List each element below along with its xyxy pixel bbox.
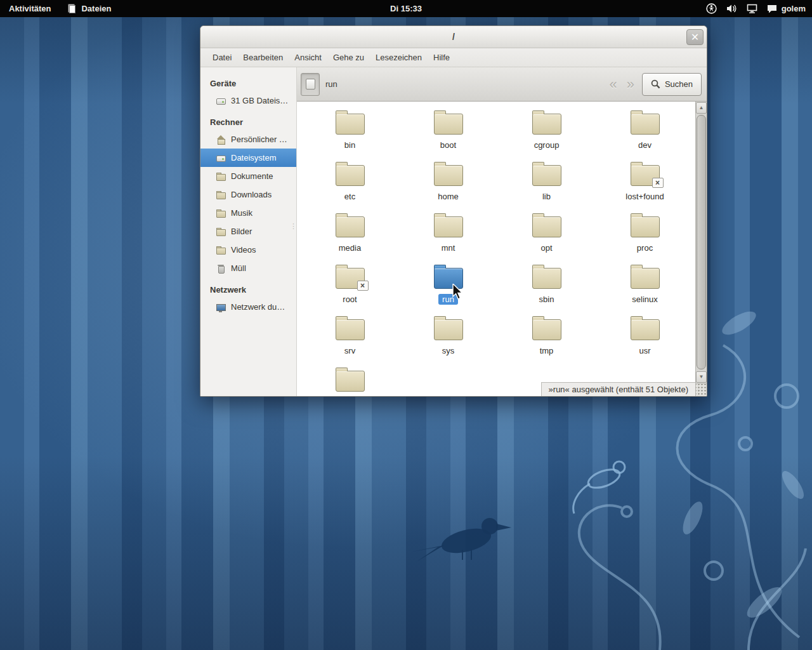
file-label: lib (539, 191, 554, 202)
file-selinux[interactable]: selinux (596, 261, 694, 312)
sidebar-item-label: Persönlicher … (231, 135, 287, 144)
folder-icon (631, 319, 660, 340)
file-sbin[interactable]: sbin (497, 261, 596, 312)
menu-hilfe[interactable]: Hilfe (428, 53, 455, 62)
folder-icon (216, 190, 226, 200)
sidebar-item-label: Netzwerk du… (231, 302, 285, 312)
folder-icon (216, 245, 226, 255)
menu-datei[interactable]: Datei (207, 53, 237, 62)
file-dev[interactable]: dev (596, 107, 694, 158)
folder-icon (532, 268, 561, 289)
vertical-scrollbar[interactable]: ▲ ▼ (695, 102, 707, 396)
sidebar-item-pers-nlicher[interactable]: Persönlicher … (200, 130, 296, 149)
file-label: dev (634, 140, 655, 150)
accessibility-icon[interactable] (706, 3, 717, 14)
file-opt[interactable]: opt (497, 209, 596, 261)
file-sys[interactable]: sys (399, 312, 497, 364)
sidebar-item-musik[interactable]: Musik (200, 204, 296, 222)
file-proc[interactable]: proc (596, 209, 694, 261)
search-button-label: Suchen (665, 79, 693, 89)
folder-icon (532, 319, 561, 340)
file-etc[interactable]: etc (301, 158, 399, 209)
app-menu[interactable]: Dateien (67, 4, 111, 13)
search-button[interactable]: Suchen (642, 73, 702, 96)
file-lib[interactable]: lib (497, 158, 596, 209)
sidebar-item-label: Videos (231, 245, 256, 255)
file-label: cgroup (530, 140, 563, 150)
file-label: run (438, 294, 458, 305)
file-usr[interactable]: usr (596, 312, 694, 364)
folder-icon (336, 216, 365, 237)
menu-gehe-zu[interactable]: Gehe zu (327, 53, 370, 62)
file-partial[interactable] (301, 364, 399, 396)
window-title: / (452, 32, 455, 42)
activities-button[interactable]: Aktivitäten (9, 4, 51, 13)
titlebar[interactable]: / ✕ (200, 26, 707, 48)
sidebar-item-label: Bilder (231, 227, 252, 236)
sidebar-item-31-gb-dateis[interactable]: 31 GB Dateis… (200, 91, 296, 110)
sidebar-item-videos[interactable]: Videos (200, 241, 296, 259)
user-menu[interactable]: golem (767, 4, 806, 13)
file-label: mnt (438, 242, 459, 253)
folder-icon (631, 114, 660, 135)
sidebar-item-downloads[interactable]: Downloads (200, 185, 296, 204)
toolbar: run « » Suchen (297, 67, 707, 102)
file-lost-found[interactable]: ×lost+found (596, 158, 694, 209)
file-label: bin (341, 140, 359, 150)
menu-bearbeiten[interactable]: Bearbeiten (237, 53, 289, 62)
sidebar-item-netzwerk-du[interactable]: Netzwerk du… (200, 298, 296, 316)
network-icon (216, 302, 226, 312)
scrollbar-thumb[interactable] (697, 115, 706, 369)
sidebar-item-label: Dokumente (231, 171, 273, 181)
file-cgroup[interactable]: cgroup (497, 107, 596, 158)
sidebar-section-rechner: Rechner (210, 117, 296, 127)
pane-resize-grip[interactable]: ⋮ (290, 225, 296, 228)
sidebar-section-netzwerk: Netzwerk (210, 285, 296, 295)
file-boot[interactable]: boot (399, 107, 497, 158)
file-label: home (434, 191, 462, 202)
sidebar-section-ger-te: Geräte (210, 79, 296, 88)
sidebar-item-dateisystem[interactable]: Dateisystem (200, 149, 296, 167)
folder-icon (631, 268, 660, 289)
sidebar-item-bilder[interactable]: Bilder (200, 222, 296, 241)
drive-icon (216, 96, 226, 106)
file-home[interactable]: home (399, 158, 497, 209)
file-label: boot (436, 140, 460, 150)
scroll-up-icon[interactable]: ▲ (696, 102, 707, 114)
sidebar-item-m-ll[interactable]: Müll (200, 259, 296, 277)
file-media[interactable]: media (301, 209, 399, 261)
forward-icon[interactable]: » (625, 76, 636, 93)
file-label: selinux (628, 294, 661, 305)
file-run[interactable]: run (399, 261, 497, 312)
clock[interactable]: Di 15:33 (0, 4, 812, 13)
folder-icon (216, 227, 226, 237)
file-label: opt (537, 242, 556, 253)
no-read-emblem-icon: × (652, 178, 664, 188)
no-read-emblem-icon: × (357, 281, 369, 291)
document-icon (306, 79, 315, 90)
folder-icon (434, 216, 463, 237)
back-icon[interactable]: « (607, 76, 619, 93)
menu-lesezeichen[interactable]: Lesezeichen (370, 53, 428, 62)
file-bin[interactable]: bin (301, 107, 399, 158)
file-label: media (335, 242, 365, 253)
display-icon[interactable] (747, 4, 757, 13)
file-mnt[interactable]: mnt (399, 209, 497, 261)
close-button[interactable]: ✕ (686, 29, 704, 45)
sidebar: ⋮ Geräte31 GB Dateis…RechnerPersönlicher… (200, 67, 297, 396)
bird-outline (573, 461, 625, 514)
folder-icon (434, 268, 463, 289)
location-icon-button[interactable] (301, 73, 320, 96)
sidebar-item-dokumente[interactable]: Dokumente (200, 167, 296, 185)
file-label: srv (341, 345, 359, 356)
folder-icon: × (631, 165, 660, 186)
file-srv[interactable]: srv (301, 312, 399, 364)
file-label: proc (633, 242, 657, 253)
file-tmp[interactable]: tmp (497, 312, 596, 364)
volume-icon[interactable] (726, 4, 737, 13)
scroll-down-icon[interactable]: ▼ (696, 371, 707, 383)
file-root[interactable]: ×root (301, 261, 399, 312)
menu-ansicht[interactable]: Ansicht (289, 53, 327, 62)
folder-icon: × (336, 268, 365, 289)
window-resize-grip[interactable] (695, 383, 707, 396)
